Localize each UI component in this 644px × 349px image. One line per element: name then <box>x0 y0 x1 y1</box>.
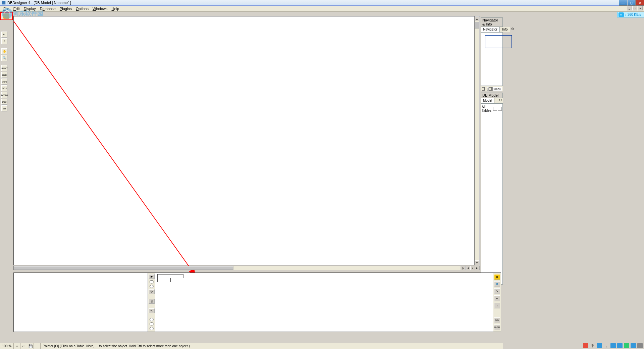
keyboard-icon <box>3 13 9 19</box>
canvas-horizontal-scrollbar[interactable]: |◂ ◂ ▸ ▸| <box>13 266 480 270</box>
mdi-minimize-button[interactable]: _ <box>627 6 632 10</box>
zoom-handle[interactable] <box>487 87 489 91</box>
query-result-area[interactable] <box>14 273 148 332</box>
sql-having-button[interactable]: HAVING <box>1 92 7 98</box>
link-cross-button[interactable]: ↔ <box>494 295 500 301</box>
table-add-icon[interactable] <box>493 107 497 111</box>
sql-group-button[interactable]: GROUP <box>1 85 7 91</box>
query-panel: ▶ ↻ ⎘ ↖ ▦ ✖ ↘ ↔ ↕ SQL BLOB <box>13 272 501 332</box>
model-canvas[interactable] <box>13 16 474 265</box>
menu-file[interactable]: File <box>1 7 11 11</box>
dbmodel-panel-header[interactable]: DB Model <box>481 93 503 98</box>
link-down-button[interactable]: ↕ <box>494 303 500 308</box>
nav-last-button[interactable]: ▸| <box>475 266 480 270</box>
dbmodel-header-label: DB Model <box>482 93 498 97</box>
menu-help[interactable]: Help <box>110 7 121 11</box>
system-tray: 中 ， <box>583 343 643 348</box>
query-pointer-button[interactable]: ↖ <box>149 308 155 313</box>
navigator-preview[interactable] <box>481 32 503 86</box>
sql-set-button[interactable]: SET <box>1 105 7 111</box>
cloud-icon: ∞ <box>619 12 624 17</box>
status-icon-2[interactable]: ▭ <box>20 343 27 349</box>
tray-shirt-icon[interactable] <box>631 343 636 348</box>
menubar: File Edit Display Database Plugins Optio… <box>0 6 644 12</box>
window-title: DBDesigner 4 - [DB Model | Noname1] <box>7 1 71 5</box>
tray-ime-icon[interactable] <box>583 343 588 348</box>
zoom-tool[interactable]: 🔍 <box>1 55 7 61</box>
hand-tool[interactable]: ✋ <box>1 48 7 54</box>
query-radio-2[interactable] <box>150 285 154 288</box>
titlebar: DBDesigner 4 - [DB Model | Noname1] — ▢ … <box>0 0 644 6</box>
hscroll-track[interactable] <box>13 266 461 270</box>
sql-select-button[interactable]: SELECT <box>1 65 7 71</box>
model-tree[interactable]: All Tables <box>481 103 503 285</box>
close-button[interactable]: ✕ <box>636 0 644 6</box>
tray-globe-icon[interactable] <box>624 343 629 348</box>
sql-from-button[interactable]: FROM <box>1 72 7 78</box>
query-radio-4[interactable] <box>150 322 154 326</box>
navigator-panel-header[interactable]: Navigator & Info <box>481 17 503 27</box>
link-tables-button[interactable]: ✖ <box>494 281 500 287</box>
alltables-label: All Tables <box>482 105 493 112</box>
nav-first-button[interactable]: |◂ <box>461 266 466 270</box>
link-arrow-button[interactable]: ↘ <box>494 288 500 294</box>
zoom-out-icon[interactable] <box>482 87 485 91</box>
tab-info[interactable]: Info <box>500 27 510 32</box>
query-radio-5[interactable] <box>150 327 154 330</box>
query-radio-3[interactable] <box>150 318 154 321</box>
sql-order-button[interactable]: ORDER <box>1 99 7 105</box>
panel-expand-icon[interactable]: ⊙ <box>510 27 515 32</box>
status-icon-1[interactable]: ○ <box>14 343 20 349</box>
statusbar: 100 % ○ ▭ 💾 Pointer [O] (Click on a Tabl… <box>0 343 503 349</box>
maximize-button[interactable]: ▢ <box>627 0 636 6</box>
mdi-restore-button[interactable]: ▭ <box>632 6 637 10</box>
menu-display[interactable]: Display <box>22 7 38 11</box>
tray-moon-icon[interactable] <box>597 343 602 348</box>
mdi-close-button[interactable]: × <box>638 6 643 10</box>
menu-edit[interactable]: Edit <box>11 7 22 11</box>
navigator-zoom-bar: 100% <box>481 86 503 91</box>
menu-windows[interactable]: Windows <box>91 7 110 11</box>
copy-query-button[interactable]: ⎘ <box>149 299 155 304</box>
zoom-in-icon[interactable] <box>489 87 491 91</box>
nav-next-button[interactable]: ▸ <box>470 266 475 270</box>
highlighted-toolbar-button[interactable] <box>0 12 13 20</box>
tray-ime-text[interactable]: 中 <box>590 343 595 348</box>
window-controls: — ▢ ✕ <box>619 0 644 6</box>
add-table-button[interactable]: ▦ <box>494 274 500 280</box>
model-expand-icon[interactable]: ⊙ <box>498 98 503 103</box>
refresh-query-button[interactable]: ↻ <box>149 289 155 294</box>
execute-query-button[interactable]: ▶ <box>149 274 155 279</box>
scroll-up-button[interactable]: ▴ <box>475 16 479 21</box>
tab-navigator[interactable]: Navigator <box>481 27 500 32</box>
sql-view-button[interactable]: SQL <box>494 317 500 323</box>
scroll-down-button[interactable]: ▾ <box>475 260 479 265</box>
scroll-thumb-v[interactable] <box>475 22 479 29</box>
query-table-placeholder[interactable] <box>157 274 183 282</box>
tab-model[interactable]: Model <box>481 98 494 103</box>
tray-comma-icon: ， <box>603 343 609 348</box>
canvas-vertical-scrollbar[interactable]: ▴ ▾ <box>474 16 480 265</box>
tray-mic-icon[interactable] <box>610 343 616 348</box>
status-save-icon[interactable]: 💾 <box>27 343 34 349</box>
query-radio-1[interactable] <box>150 280 154 284</box>
menu-database[interactable]: Database <box>38 7 58 11</box>
scroll-thumb-h[interactable] <box>14 266 233 270</box>
tray-wrench-icon[interactable] <box>637 343 643 348</box>
model-alltables-row[interactable]: All Tables <box>482 104 502 113</box>
pointer-tool[interactable]: ↖ <box>1 32 7 38</box>
navigator-header-label: Navigator & Info <box>482 18 501 26</box>
nav-prev-button[interactable]: ◂ <box>466 266 470 270</box>
menu-options[interactable]: Options <box>74 7 91 11</box>
navigator-viewport[interactable] <box>485 35 512 48</box>
network-speed-indicator[interactable]: ∞ ↓ 360 KB/s <box>617 12 644 17</box>
move-tool[interactable]: ↗ <box>1 38 7 44</box>
query-design-canvas[interactable] <box>155 273 493 332</box>
svg-rect-0 <box>2 1 6 5</box>
minimize-button[interactable]: — <box>619 0 627 6</box>
blob-view-button[interactable]: BLOB <box>494 325 500 330</box>
table-refresh-icon[interactable] <box>498 107 502 111</box>
menu-plugins[interactable]: Plugins <box>58 7 74 11</box>
sql-where-button[interactable]: WHERE <box>1 79 7 85</box>
tray-keyboard-icon[interactable] <box>617 343 623 348</box>
